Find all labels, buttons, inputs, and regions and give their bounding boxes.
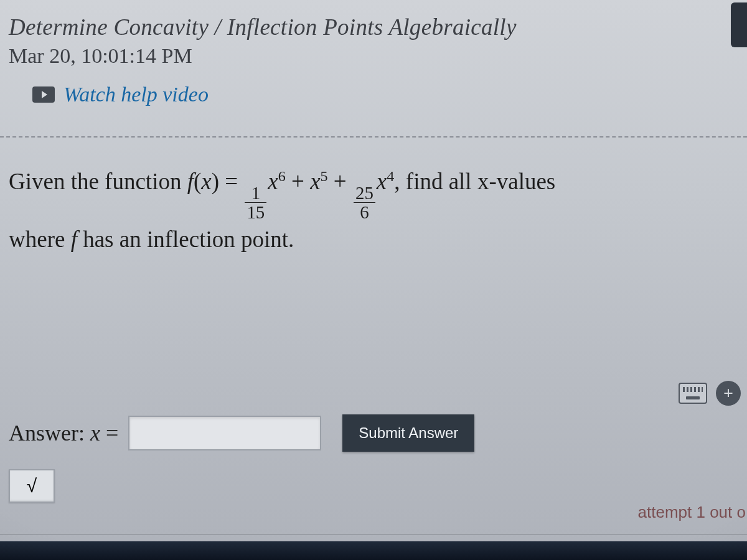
add-icon[interactable]: + [716,381,741,406]
answer-line: Answer: x = Submit Answer [9,414,747,452]
tool-row: + [9,381,747,406]
bottom-divider [0,534,747,535]
keyboard-icon[interactable] [679,383,707,404]
timestamp: Mar 20, 10:01:14 PM [9,44,746,68]
sqrt-button[interactable]: √ [9,469,55,503]
problem-line2-pre: where [9,226,71,252]
answer-label: Answer: x = [9,420,118,446]
watch-help-row[interactable]: Watch help video [32,83,746,106]
page-title: Determine Concavity / Inflection Points … [9,14,746,40]
fraction-1: 1 15 [245,184,266,222]
problem-statement: Given the function f(x) = 1 15 x6 + x5 +… [0,138,747,258]
problem-line2-post: has an inflection point. [77,226,294,252]
answer-zone: + Answer: x = Submit Answer √ attempt 1 … [9,381,747,503]
watch-help-link[interactable]: Watch help video [63,83,209,106]
fraction-2: 25 6 [354,184,375,222]
problem-tail: , find all x-values [394,169,555,194]
bottom-bar [0,541,747,560]
submit-button[interactable]: Submit Answer [342,414,474,452]
problem-lead: Given the function [9,169,187,194]
answer-input[interactable] [128,416,321,450]
play-icon [32,86,55,103]
header: Determine Concavity / Inflection Points … [0,0,747,118]
function-expression: f(x) = 1 15 x6 + x5 + 25 6 x4 [187,169,395,194]
attempt-counter: attempt 1 out o [638,503,746,522]
right-edge-widget [731,2,747,47]
